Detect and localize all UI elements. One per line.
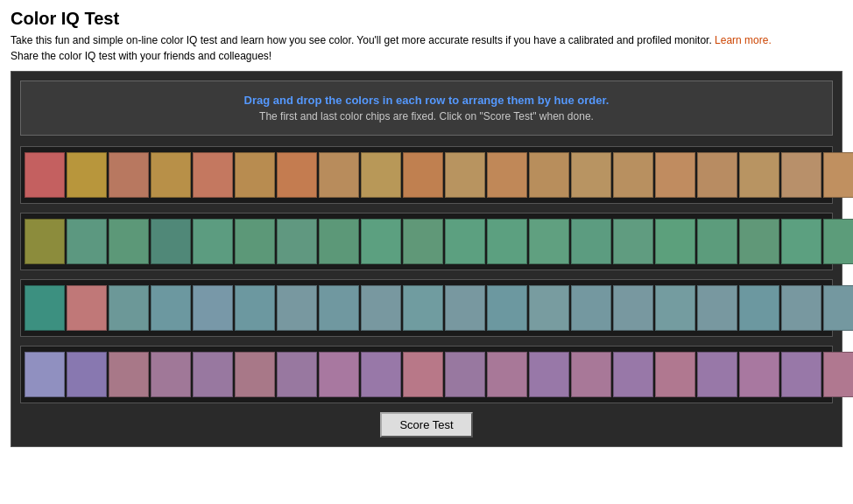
color-row-2[interactable] (20, 213, 833, 270)
color-chip[interactable] (571, 152, 611, 198)
color-chip[interactable] (109, 152, 149, 198)
color-chip[interactable] (67, 152, 107, 198)
color-chip[interactable] (277, 285, 317, 331)
color-chip[interactable] (823, 352, 853, 397)
test-container: Drag and drop the colors in each row to … (11, 71, 842, 447)
color-chip[interactable] (781, 152, 821, 198)
color-chip[interactable] (781, 285, 821, 331)
color-chip[interactable] (193, 219, 233, 264)
color-chip[interactable] (613, 219, 653, 264)
color-chip[interactable] (235, 285, 275, 331)
color-chip[interactable] (25, 219, 65, 264)
color-chip[interactable] (571, 352, 611, 397)
color-chip[interactable] (697, 352, 737, 397)
color-chip[interactable] (655, 219, 695, 264)
instruction-line1: Drag and drop the colors in each row to … (30, 94, 823, 107)
color-row-1[interactable] (20, 146, 833, 204)
color-chip[interactable] (445, 352, 485, 397)
color-chip[interactable] (571, 285, 611, 331)
color-chip[interactable] (697, 285, 737, 331)
learn-more-link[interactable]: Learn more. (715, 34, 772, 46)
color-chip[interactable] (235, 219, 275, 264)
color-chip[interactable] (277, 152, 317, 198)
color-chip[interactable] (529, 352, 569, 397)
color-chip[interactable] (781, 219, 821, 264)
color-chip[interactable] (613, 352, 653, 397)
color-chip[interactable] (487, 352, 527, 397)
color-chip[interactable] (697, 152, 737, 198)
score-test-button[interactable]: Score Test (380, 412, 472, 438)
color-chip[interactable] (823, 219, 853, 264)
color-chip[interactable] (655, 152, 695, 198)
color-chip[interactable] (361, 352, 401, 397)
description: Take this fun and simple on-line color I… (11, 32, 842, 64)
description-text1: Take this fun and simple on-line color I… (11, 34, 712, 46)
color-chip[interactable] (613, 152, 653, 198)
color-chip[interactable] (25, 285, 65, 331)
color-chip[interactable] (697, 219, 737, 264)
color-chip[interactable] (655, 285, 695, 331)
color-chip[interactable] (193, 285, 233, 331)
color-row-3[interactable] (20, 279, 833, 337)
color-chip[interactable] (361, 285, 401, 331)
color-chip[interactable] (487, 152, 527, 198)
color-chip[interactable] (529, 285, 569, 331)
color-chip[interactable] (823, 152, 853, 198)
color-chip[interactable] (277, 219, 317, 264)
color-row-4[interactable] (20, 346, 833, 403)
color-chip[interactable] (487, 219, 527, 264)
color-chip[interactable] (235, 152, 275, 198)
color-chip[interactable] (739, 352, 779, 397)
color-chip[interactable] (25, 352, 65, 397)
color-chip[interactable] (445, 152, 485, 198)
color-chip[interactable] (655, 352, 695, 397)
color-chip[interactable] (151, 152, 191, 198)
color-chip[interactable] (67, 285, 107, 331)
color-chip[interactable] (487, 285, 527, 331)
page-title: Color IQ Test (11, 9, 842, 29)
color-chip[interactable] (277, 352, 317, 397)
color-chip[interactable] (445, 285, 485, 331)
color-chip[interactable] (193, 352, 233, 397)
color-chip[interactable] (781, 352, 821, 397)
color-chip[interactable] (319, 219, 359, 264)
color-chip[interactable] (403, 285, 443, 331)
color-chip[interactable] (109, 285, 149, 331)
color-chip[interactable] (235, 352, 275, 397)
description-text2: Share the color IQ test with your friend… (11, 50, 271, 62)
color-chip[interactable] (361, 152, 401, 198)
color-chip[interactable] (151, 352, 191, 397)
color-chip[interactable] (403, 352, 443, 397)
color-chip[interactable] (151, 219, 191, 264)
color-chip[interactable] (529, 152, 569, 198)
instruction-box: Drag and drop the colors in each row to … (20, 80, 833, 136)
color-chip[interactable] (529, 219, 569, 264)
color-chip[interactable] (613, 285, 653, 331)
color-chip[interactable] (109, 352, 149, 397)
color-chip[interactable] (319, 152, 359, 198)
color-chip[interactable] (67, 219, 107, 264)
color-chip[interactable] (193, 152, 233, 198)
color-chip[interactable] (403, 152, 443, 198)
score-button-row: Score Test (20, 412, 833, 438)
color-chip[interactable] (739, 219, 779, 264)
color-chip[interactable] (67, 352, 107, 397)
color-chip[interactable] (445, 219, 485, 264)
color-chip[interactable] (823, 285, 853, 331)
color-chip[interactable] (361, 219, 401, 264)
color-chip[interactable] (151, 285, 191, 331)
color-chip[interactable] (319, 285, 359, 331)
color-chip[interactable] (109, 219, 149, 264)
color-chip[interactable] (739, 285, 779, 331)
instruction-line2: The first and last color chips are fixed… (30, 110, 823, 122)
color-chip[interactable] (319, 352, 359, 397)
color-rows-container (20, 146, 833, 403)
color-chip[interactable] (403, 219, 443, 264)
color-chip[interactable] (571, 219, 611, 264)
color-chip[interactable] (739, 152, 779, 198)
color-chip[interactable] (25, 152, 65, 198)
